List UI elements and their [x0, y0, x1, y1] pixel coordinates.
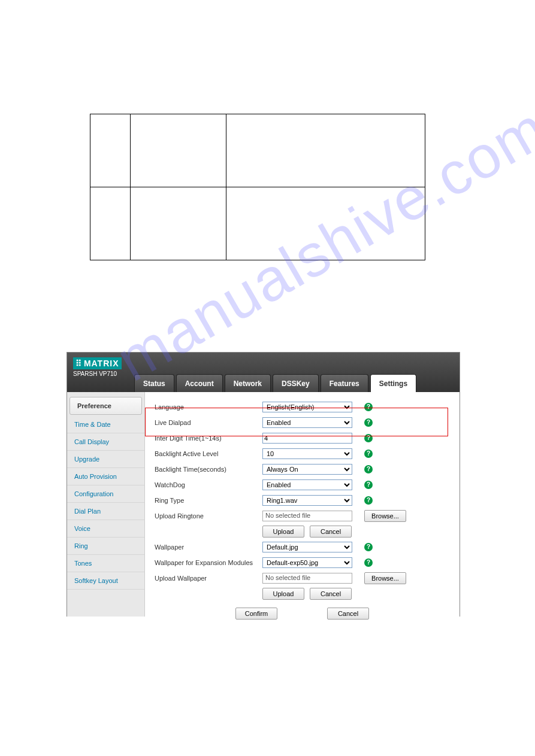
browse-wallpaper-button[interactable]: Browse...	[364, 572, 406, 584]
sidebar-item-tones[interactable]: Tones	[67, 555, 144, 572]
label-language: Language	[155, 403, 262, 411]
label-watchdog: WatchDog	[155, 481, 262, 488]
sidebar-item-preference[interactable]: Preference	[69, 397, 142, 415]
help-icon[interactable]: ?	[364, 434, 373, 442]
tab-features[interactable]: Features	[321, 374, 368, 392]
help-icon[interactable]: ?	[364, 558, 373, 567]
label-wallpaper-exp: Wallpaper for Expansion Modules	[155, 559, 262, 566]
label-backlight-level: Backlight Active Level	[155, 450, 262, 457]
tab-network[interactable]: Network	[225, 374, 271, 392]
panel-header: ⠿ MATRIX SPARSH VP710 Status Account Net…	[67, 353, 460, 392]
empty-table	[90, 114, 425, 260]
label-backlight-time: Backlight Time(seconds)	[155, 466, 262, 473]
sidebar: Preference Time & Date Call Display Upgr…	[67, 392, 145, 617]
brand-block: ⠿ MATRIX SPARSH VP710	[67, 353, 131, 382]
label-inter-digit: Inter Digit Time(1~14s)	[155, 435, 262, 442]
file-display-wallpaper: No selected file	[262, 573, 352, 584]
upload-ringtone-button[interactable]: Upload	[262, 526, 304, 538]
select-live-dialpad[interactable]: Enabled	[262, 417, 352, 428]
tab-bar: Status Account Network DSSKey Features S…	[134, 374, 416, 392]
help-icon[interactable]: ?	[364, 465, 373, 473]
brand-logo: ⠿ MATRIX	[73, 357, 122, 369]
select-wallpaper[interactable]: Default.jpg	[262, 542, 352, 552]
sidebar-item-voice[interactable]: Voice	[67, 520, 144, 538]
help-icon[interactable]: ?	[364, 496, 373, 505]
select-wallpaper-exp[interactable]: Default-exp50.jpg	[262, 557, 352, 568]
cancel-ringtone-button[interactable]: Cancel	[310, 526, 352, 538]
label-wallpaper: Wallpaper	[155, 544, 262, 551]
help-icon[interactable]: ?	[364, 403, 373, 411]
sidebar-item-upgrade[interactable]: Upgrade	[67, 451, 144, 468]
cancel-wallpaper-button[interactable]: Cancel	[310, 588, 352, 600]
label-ring-type: Ring Type	[155, 497, 262, 504]
tab-status[interactable]: Status	[134, 374, 174, 392]
label-upload-ringtone: Upload Ringtone	[155, 512, 262, 520]
help-icon[interactable]: ?	[364, 543, 373, 551]
sidebar-item-ring[interactable]: Ring	[67, 538, 144, 555]
tab-settings[interactable]: Settings	[370, 374, 416, 392]
sidebar-item-softkey-layout[interactable]: Softkey Layout	[67, 572, 144, 590]
main-content: Language English(English) ? Live Dialpad…	[145, 392, 460, 617]
tab-dsskey[interactable]: DSSKey	[273, 374, 319, 392]
sidebar-item-dial-plan[interactable]: Dial Plan	[67, 503, 144, 520]
sidebar-item-auto-provision[interactable]: Auto Provision	[67, 468, 144, 485]
sidebar-item-call-display[interactable]: Call Display	[67, 433, 144, 451]
input-inter-digit[interactable]	[262, 433, 352, 444]
sidebar-item-time-date[interactable]: Time & Date	[67, 416, 144, 433]
sidebar-item-configuration[interactable]: Configuration	[67, 485, 144, 503]
select-backlight-level[interactable]: 10	[262, 448, 352, 459]
help-icon[interactable]: ?	[364, 450, 373, 458]
confirm-button[interactable]: Confirm	[235, 608, 277, 620]
select-backlight-time[interactable]: Always On	[262, 464, 352, 475]
label-live-dialpad: Live Dialpad	[155, 419, 262, 426]
settings-panel: ⠿ MATRIX SPARSH VP710 Status Account Net…	[67, 352, 460, 617]
select-watchdog[interactable]: Enabled	[262, 479, 352, 490]
cancel-button[interactable]: Cancel	[327, 608, 369, 620]
tab-account[interactable]: Account	[176, 374, 223, 392]
select-ring-type[interactable]: Ring1.wav	[262, 495, 352, 506]
help-icon[interactable]: ?	[364, 481, 373, 489]
brand-model: SPARSH VP710	[73, 371, 125, 377]
label-upload-wallpaper: Upload Wallpaper	[155, 575, 262, 582]
upload-wallpaper-button[interactable]: Upload	[262, 588, 304, 600]
help-icon[interactable]: ?	[364, 418, 373, 427]
select-language[interactable]: English(English)	[262, 402, 352, 412]
browse-ringtone-button[interactable]: Browse...	[364, 510, 406, 522]
file-display-ringtone: No selected file	[262, 511, 352, 521]
